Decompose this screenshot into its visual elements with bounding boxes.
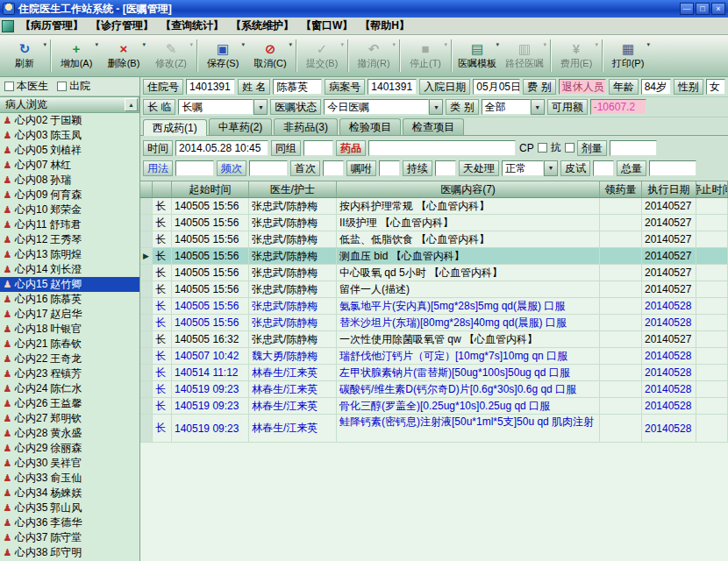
- admit-date-value[interactable]: 05月05日: [473, 79, 520, 95]
- order-status-select[interactable]: 今日医嘱▼: [324, 99, 443, 115]
- tab-1[interactable]: 中草药(2): [209, 118, 273, 135]
- add-button[interactable]: +增加(A)▾: [53, 37, 100, 75]
- print-button[interactable]: ▦打印(P)▾: [604, 37, 652, 75]
- order-row[interactable]: 长140507 10:42魏大勇/陈静梅瑞舒伐他汀钙片（可定）[10mg*7s]…: [140, 348, 728, 365]
- patient-list-item[interactable]: ♟心内27郑明钦: [0, 411, 139, 426]
- fee-type-value[interactable]: 退休人员: [559, 79, 606, 95]
- patient-list-item[interactable]: ♟心内34杨婡媄: [0, 486, 139, 501]
- order-term-select[interactable]: 长嘱▼: [178, 99, 268, 115]
- day-process-select[interactable]: 正常▼: [502, 160, 558, 176]
- order-row[interactable]: 长140519 09:23林春生/江来英鲑降钙素(密钙息)注射液[50u*1ml…: [140, 415, 728, 443]
- patient-list-item[interactable]: ♟心内05刘植祥: [0, 143, 139, 158]
- order-row[interactable]: 长140505 15:56张忠武/陈静梅氨氯地平片(安内真)[5mg*28s]5…: [140, 298, 728, 315]
- patient-list-item[interactable]: ♟心内07林红: [0, 158, 139, 173]
- patient-list-item[interactable]: ♟心内30吴祥官: [0, 456, 139, 471]
- menu-item-4[interactable]: 【窗口W】: [297, 18, 356, 32]
- patient-list-item[interactable]: ♟心内10郑荣金: [0, 202, 139, 217]
- patient-list-item[interactable]: ♟心内38邱守明: [0, 545, 139, 560]
- continue-input[interactable]: [435, 160, 456, 176]
- patient-list-item[interactable]: ♟心内36李德华: [0, 515, 139, 530]
- filter-checkbox-0[interactable]: 本医生: [4, 79, 48, 94]
- sex-value[interactable]: 女: [706, 79, 725, 95]
- patient-name: 王益馨: [50, 396, 82, 411]
- drug-button[interactable]: 药品: [336, 140, 366, 156]
- chevron-down-icon[interactable]: ▼: [429, 99, 443, 115]
- patient-list-item[interactable]: ♟心内08孙瑞: [0, 173, 139, 188]
- order-row[interactable]: 长140505 16:32张忠武/陈静梅一次性使用除菌吸氧管 qw 【心血管内科…: [140, 331, 728, 348]
- refresh-button[interactable]: ↻刷新▾: [1, 37, 48, 75]
- drug-name-input[interactable]: [368, 140, 516, 156]
- order-template-button[interactable]: ▤医嘱模板▾: [453, 37, 501, 75]
- patient-list-item[interactable]: ♟心内33俞玉仙: [0, 471, 139, 486]
- patient-list-item[interactable]: ♟心内12王秀琴: [0, 232, 139, 247]
- patient-list-item[interactable]: ♟心内03陈玉凤: [0, 128, 139, 143]
- patient-list-item[interactable]: ♟心内37陈守堂: [0, 530, 139, 545]
- instruction-input[interactable]: [379, 160, 400, 176]
- patient-list-item[interactable]: ♟心内24陈仁水: [0, 381, 139, 396]
- frequency-input[interactable]: [249, 160, 288, 176]
- tab-3[interactable]: 检验项目: [339, 118, 401, 135]
- order-row[interactable]: 长140505 15:56张忠武/陈静梅低盐、低脂饮食 【心血管内科】20140…: [140, 231, 728, 248]
- order-row[interactable]: 长140519 09:23林春生/江来英碳酸钙/维生素D(钙尔奇D)片[0.6g…: [140, 381, 728, 398]
- order-stop-time: [696, 315, 728, 330]
- age-value[interactable]: 84岁: [641, 79, 671, 95]
- time-input[interactable]: 2014.05.28 10:45: [175, 140, 268, 156]
- order-row[interactable]: 长140505 15:56张忠武/陈静梅按内科护理常规 【心血管内科】20140…: [140, 198, 728, 215]
- chevron-down-icon[interactable]: ▼: [253, 99, 268, 115]
- menu-item-3[interactable]: 【系统维护】: [227, 18, 297, 32]
- delete-button[interactable]: ×删除(B)▾: [100, 37, 147, 75]
- patient-list-item[interactable]: ♟心内21陈春钦: [0, 337, 139, 352]
- patient-list-item[interactable]: ♟心内13陈明煌: [0, 247, 139, 262]
- order-row[interactable]: ▶长140505 15:56张忠武/陈静梅测血压 bid 【心血管内科】2014…: [140, 248, 728, 265]
- patient-list-item[interactable]: ♟心内17赵启华: [0, 307, 139, 322]
- patient-list-item[interactable]: ♟心内35郭山风: [0, 501, 139, 515]
- order-type-select[interactable]: 全部▼: [482, 99, 545, 115]
- patient-list-item[interactable]: ♟心内14刘长澄: [0, 262, 139, 277]
- menu-item-1[interactable]: 【诊疗管理】: [87, 18, 157, 32]
- anti-checkbox[interactable]: [565, 143, 575, 153]
- dose-input[interactable]: [610, 140, 657, 156]
- order-row[interactable]: 长140519 09:23林春生/江来英骨化三醇(罗盖全)[0.25ug*10s…: [140, 398, 728, 415]
- maximize-button[interactable]: □: [696, 3, 710, 15]
- patient-list-item[interactable]: ♟心内09何育森: [0, 188, 139, 202]
- usage-input[interactable]: [175, 160, 214, 176]
- inpatient-no-value[interactable]: 1401391: [186, 79, 235, 95]
- order-row[interactable]: 长140505 15:56张忠武/陈静梅替米沙坦片(东瑞)[80mg*28s]4…: [140, 315, 728, 331]
- patient-list-item[interactable]: ♟心内11舒玮君: [0, 217, 139, 232]
- patient-list-item[interactable]: ♟心内28黄永盛: [0, 426, 139, 441]
- patient-list-item[interactable]: ♟心内16陈慕英: [0, 292, 139, 307]
- tab-4[interactable]: 检查项目: [403, 118, 464, 135]
- same-group-input[interactable]: [303, 140, 333, 156]
- patient-list-item[interactable]: ♟心内22王奇龙: [0, 352, 139, 366]
- cancel-button[interactable]: ⊘取消(C)▾: [246, 37, 294, 75]
- order-row[interactable]: 长140514 11:12林春生/江来英左甲状腺素钠片(雷替斯)[50ug*10…: [140, 365, 728, 381]
- patient-name-value[interactable]: 陈慕英: [273, 79, 322, 95]
- close-button[interactable]: ×: [711, 3, 725, 15]
- patient-list-item[interactable]: ♟心内02于国颖: [0, 113, 139, 128]
- order-type-label: 类 别: [446, 99, 478, 115]
- patient-list-item[interactable]: ♟心内26王益馨: [0, 396, 139, 411]
- cp-checkbox[interactable]: [538, 143, 547, 153]
- scroll-up-button[interactable]: ▲: [125, 98, 138, 111]
- chevron-down-icon[interactable]: ▼: [531, 99, 545, 115]
- order-row[interactable]: 长140505 15:56张忠武/陈静梅中心吸氧 qd 5小时 【心血管内科】2…: [140, 265, 728, 281]
- patient-list-item[interactable]: ♟心内15赵竹卿: [0, 277, 139, 292]
- tab-2[interactable]: 非药品(3): [274, 118, 338, 135]
- skin-test-input[interactable]: [593, 160, 614, 176]
- save-button[interactable]: ▣保存(S)▾: [199, 37, 246, 75]
- menu-item-5[interactable]: 【帮助H】: [356, 18, 413, 32]
- patient-list-item[interactable]: ♟心内29徐丽森: [0, 441, 139, 456]
- chevron-down-icon[interactable]: ▼: [544, 160, 558, 176]
- patient-list-item[interactable]: ♟心内23程镇芳: [0, 366, 139, 381]
- case-no-value[interactable]: 1401391: [368, 79, 417, 95]
- menu-item-2[interactable]: 【查询统计】: [157, 18, 227, 32]
- order-row[interactable]: 长140505 15:56张忠武/陈静梅留伴一人(描述)20140527: [140, 281, 728, 298]
- order-row[interactable]: 长140505 15:56张忠武/陈静梅II级护理 【心血管内科】2014052…: [140, 215, 728, 231]
- minimize-button[interactable]: —: [680, 3, 694, 15]
- first-dose-input[interactable]: [323, 160, 344, 176]
- menu-item-0[interactable]: 【病历管理】: [17, 18, 87, 32]
- tab-0[interactable]: 西成药(1): [143, 119, 207, 136]
- patient-list-item[interactable]: ♟心内18叶银官: [0, 322, 139, 337]
- total-input[interactable]: [649, 160, 696, 176]
- filter-checkbox-1[interactable]: 出院: [57, 79, 90, 94]
